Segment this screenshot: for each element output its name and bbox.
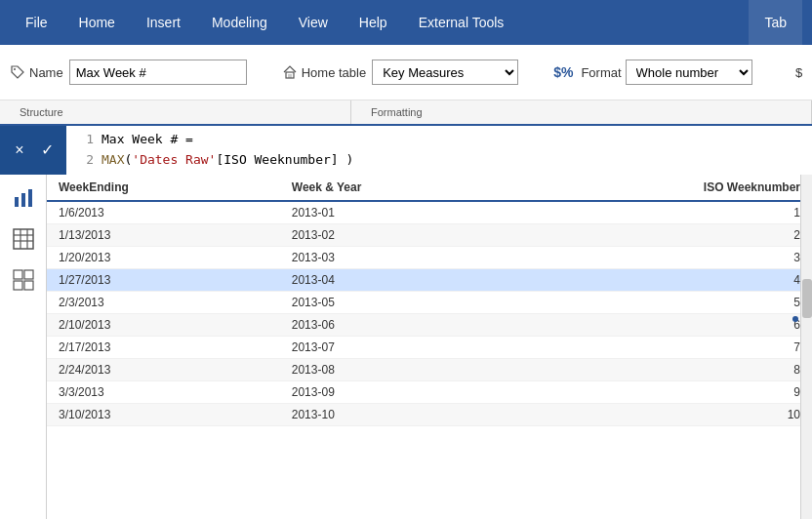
cell-week-year: 2013-07: [280, 336, 512, 358]
cell-week-year: 2013-10: [280, 403, 512, 425]
scroll-indicator[interactable]: [800, 175, 812, 519]
table-row[interactable]: 1/27/20132013-044: [47, 268, 812, 291]
format-select[interactable]: Whole numberDecimal numberDateTextTrue/F…: [626, 60, 752, 85]
cell-week-year: 2013-05: [280, 291, 512, 313]
cell-week-year: 2013-06: [280, 313, 512, 336]
main-area: WeekEnding Week & Year ISO Weeknumber 1/…: [0, 175, 812, 519]
table-row[interactable]: 3/3/20132013-099: [47, 380, 812, 403]
formula-fn: MAX: [102, 152, 124, 167]
table-row[interactable]: 2/17/20132013-077: [47, 336, 812, 358]
table-row[interactable]: 1/13/20132013-022: [47, 223, 812, 246]
home-table-select[interactable]: Key MeasuresDates RawSalesProducts: [372, 60, 518, 85]
table-sidebar-icon[interactable]: [4, 220, 43, 259]
cell-week-ending: 2/24/2013: [47, 358, 280, 380]
cell-week-year: 2013-03: [280, 246, 512, 268]
formula-line-2-text: MAX('Dates Raw'[ISO Weeknumber] ): [102, 150, 353, 171]
table-row[interactable]: 3/10/20132013-1010: [47, 403, 812, 425]
menu-item-tab[interactable]: Tab: [749, 0, 802, 45]
cell-week-ending: 1/20/2013: [47, 246, 280, 268]
scroll-thumb: [802, 279, 812, 318]
table-icon: [13, 228, 34, 250]
section-labels: Structure Formatting: [0, 100, 812, 126]
cell-iso-weeknumber: 5: [512, 291, 812, 313]
menu-item-external-tools[interactable]: External Tools: [403, 0, 520, 45]
table-row[interactable]: 2/10/20132013-066: [47, 313, 812, 336]
col-header-week-year: Week & Year: [280, 175, 512, 201]
cell-iso-weeknumber: 7: [512, 336, 812, 358]
cell-week-ending: 2/10/2013: [47, 313, 280, 336]
formula-line-num-1: 1: [74, 130, 94, 150]
name-label: Name: [10, 64, 63, 80]
cell-week-ending: 1/13/2013: [47, 223, 280, 246]
cell-iso-weeknumber: 6: [512, 313, 812, 336]
svg-rect-18: [24, 281, 33, 290]
format-dollar-percent-icon: $%: [553, 64, 573, 80]
formula-bar: × ✓ 1 Max Week # = 2 MAX('Dates Raw'[ISO…: [0, 126, 361, 175]
cell-week-ending: 2/3/2013: [47, 291, 280, 313]
formula-bar-wrapper: × ✓ 1 Max Week # = 2 MAX('Dates Raw'[ISO…: [0, 126, 812, 175]
svg-rect-2: [288, 74, 292, 78]
data-area: WeekEnding Week & Year ISO Weeknumber 1/…: [47, 175, 812, 519]
table-row[interactable]: 1/20/20132013-033: [47, 246, 812, 268]
home-table-group: Home table Key MeasuresDates RawSalesPro…: [282, 60, 518, 85]
svg-rect-8: [21, 193, 25, 207]
formula-line-num-2: 2: [74, 150, 94, 171]
svg-rect-16: [24, 270, 33, 279]
svg-rect-10: [14, 229, 33, 249]
menu-item-modeling[interactable]: Modeling: [196, 0, 283, 45]
name-tag-icon: [10, 64, 25, 80]
menu-item-view[interactable]: View: [283, 0, 344, 45]
cell-iso-weeknumber: 3: [512, 246, 812, 268]
cell-week-ending: 2/17/2013: [47, 336, 280, 358]
bar-chart-icon: [13, 187, 34, 209]
cell-iso-weeknumber: 2: [512, 223, 812, 246]
cell-iso-weeknumber: 10: [512, 403, 812, 425]
svg-rect-9: [28, 189, 32, 207]
menu-item-file[interactable]: File: [10, 0, 63, 45]
menu-item-home[interactable]: Home: [63, 0, 131, 45]
table-row[interactable]: 2/3/20132013-055: [47, 291, 812, 313]
menu-item-help[interactable]: Help: [344, 0, 403, 45]
table-row[interactable]: 1/6/20132013-011: [47, 201, 812, 224]
formula-line-1: 1 Max Week # =: [74, 130, 353, 150]
bar-chart-sidebar-icon[interactable]: [4, 179, 43, 218]
cell-week-year: 2013-02: [280, 223, 512, 246]
cell-week-year: 2013-04: [280, 268, 512, 291]
cell-week-ending: 3/10/2013: [47, 403, 280, 425]
formula-cancel-button[interactable]: ×: [8, 139, 31, 162]
format-label: $% Format: [553, 64, 621, 80]
svg-rect-7: [15, 197, 19, 207]
menu-bar: File Home Insert Modeling View Help Exte…: [0, 0, 812, 45]
sidebar-icons: [0, 175, 47, 519]
cell-week-ending: 3/3/2013: [47, 380, 280, 403]
formula-bar-left: × ✓: [0, 126, 66, 175]
properties-row: Name Home table Key MeasuresDates RawSal…: [0, 45, 812, 100]
list-sidebar-icon[interactable]: [4, 260, 43, 299]
data-table-container[interactable]: WeekEnding Week & Year ISO Weeknumber 1/…: [47, 175, 812, 519]
formula-table-ref: 'Dates Raw': [132, 152, 216, 167]
formula-confirm-button[interactable]: ✓: [35, 139, 59, 162]
cell-iso-weeknumber: 4: [512, 268, 812, 291]
currency-button[interactable]: $: [788, 60, 811, 84]
svg-rect-17: [14, 281, 22, 290]
scroll-dot: [792, 316, 798, 322]
col-header-iso-weeknumber: ISO Weeknumber: [512, 175, 812, 201]
data-table: WeekEnding Week & Year ISO Weeknumber 1/…: [47, 175, 812, 426]
number-format-group: $ % , .00 .0: [788, 60, 812, 84]
formatting-section-label: Formatting: [351, 100, 812, 124]
formula-content[interactable]: 1 Max Week # = 2 MAX('Dates Raw'[ISO Wee…: [66, 126, 361, 175]
svg-rect-15: [14, 270, 22, 279]
format-group: $% Format Whole numberDecimal numberDate…: [553, 60, 751, 85]
cell-iso-weeknumber: 8: [512, 358, 812, 380]
cell-iso-weeknumber: 1: [512, 201, 812, 224]
cell-iso-weeknumber: 9: [512, 380, 812, 403]
home-table-label: Home table: [282, 64, 366, 80]
menu-item-insert[interactable]: Insert: [131, 0, 196, 45]
structure-section-label: Structure: [0, 100, 351, 124]
table-row[interactable]: 2/24/20132013-088: [47, 358, 812, 380]
formula-line-1-text: Max Week # =: [102, 130, 193, 150]
home-icon: [282, 64, 298, 80]
name-input[interactable]: [69, 60, 247, 85]
cell-week-year: 2013-08: [280, 358, 512, 380]
table-header-row: WeekEnding Week & Year ISO Weeknumber: [47, 175, 812, 201]
